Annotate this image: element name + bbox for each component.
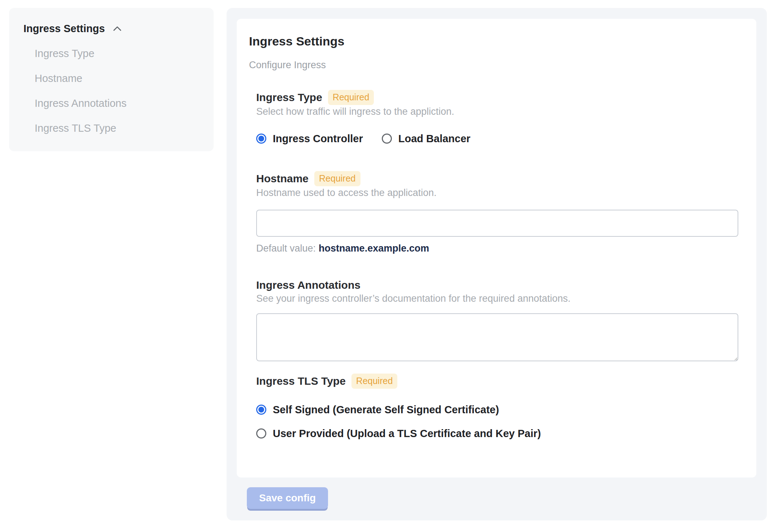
settings-sidebar: Ingress Settings Ingress Type Hostname I… (9, 8, 214, 151)
radio-unselected-icon[interactable] (382, 134, 392, 144)
radio-label-load-balancer: Load Balancer (398, 132, 471, 145)
radio-selected-icon[interactable] (256, 405, 266, 415)
radio-unselected-icon[interactable] (256, 428, 266, 439)
settings-panel: Ingress Settings Configure Ingress Ingre… (227, 8, 767, 520)
ingress-annotations-description: See your ingress controller’s documentat… (256, 293, 738, 305)
save-config-button[interactable]: Save config (247, 487, 328, 509)
section-ingress-type: Ingress Type Required Select how traffic… (256, 90, 738, 145)
required-badge: Required (328, 90, 374, 105)
tls-type-options: Self Signed (Generate Self Signed Certif… (256, 403, 738, 440)
chevron-up-icon[interactable] (112, 23, 123, 35)
hostname-default-line: Default value:hostname.example.com (256, 243, 738, 254)
default-value-text: hostname.example.com (319, 243, 429, 254)
page: { "sidebar": { "title": "Ingress Setting… (0, 0, 778, 532)
ingress-tls-type-label: Ingress TLS Type (256, 374, 346, 388)
section-annotations-head: Ingress Annotations (256, 278, 738, 292)
sidebar-item-ingress-type[interactable]: Ingress Type (35, 47, 201, 60)
ingress-annotations-label: Ingress Annotations (256, 278, 360, 292)
sidebar-item-ingress-tls-type[interactable]: Ingress TLS Type (35, 122, 201, 135)
radio-option-ingress-controller[interactable]: Ingress Controller (256, 132, 363, 145)
required-badge: Required (351, 374, 397, 389)
page-title: Ingress Settings (249, 34, 738, 48)
sidebar-item-hostname[interactable]: Hostname (35, 72, 201, 85)
section-ingress-type-head: Ingress Type Required (256, 90, 738, 105)
radio-label-ingress-controller: Ingress Controller (273, 132, 363, 145)
ingress-form: Ingress Type Required Select how traffic… (256, 90, 738, 440)
radio-option-load-balancer[interactable]: Load Balancer (382, 132, 471, 145)
ingress-annotations-textarea[interactable] (256, 313, 738, 361)
hostname-input[interactable] (256, 210, 738, 237)
hostname-description: Hostname used to access the application. (256, 187, 738, 199)
radio-selected-icon[interactable] (256, 134, 266, 144)
ingress-type-label: Ingress Type (256, 91, 322, 104)
ingress-settings-card: Ingress Settings Configure Ingress Ingre… (237, 19, 756, 478)
section-hostname: Hostname Required Hostname used to acces… (256, 171, 738, 254)
section-tls-head: Ingress TLS Type Required (256, 374, 738, 389)
radio-option-user-provided[interactable]: User Provided (Upload a TLS Certificate … (256, 427, 738, 440)
radio-label-self-signed: Self Signed (Generate Self Signed Certif… (273, 403, 499, 416)
required-badge: Required (314, 171, 360, 186)
sidebar-section-title: Ingress Settings (23, 22, 105, 35)
sidebar-item-ingress-annotations[interactable]: Ingress Annotations (35, 97, 201, 110)
section-ingress-annotations: Ingress Annotations See your ingress con… (256, 278, 738, 361)
page-subtitle: Configure Ingress (249, 59, 738, 71)
sidebar-section-toggle[interactable]: Ingress Settings (23, 22, 201, 35)
radio-option-self-signed[interactable]: Self Signed (Generate Self Signed Certif… (256, 403, 738, 416)
section-ingress-tls-type: Ingress TLS Type Required Self Signed (G… (256, 374, 738, 440)
hostname-label: Hostname (256, 172, 309, 186)
ingress-type-description: Select how traffic will ingress to the a… (256, 106, 738, 118)
default-value-label: Default value: (256, 243, 316, 254)
section-hostname-head: Hostname Required (256, 171, 738, 186)
radio-label-user-provided: User Provided (Upload a TLS Certificate … (273, 427, 541, 440)
ingress-type-options: Ingress Controller Load Balancer (256, 132, 738, 145)
